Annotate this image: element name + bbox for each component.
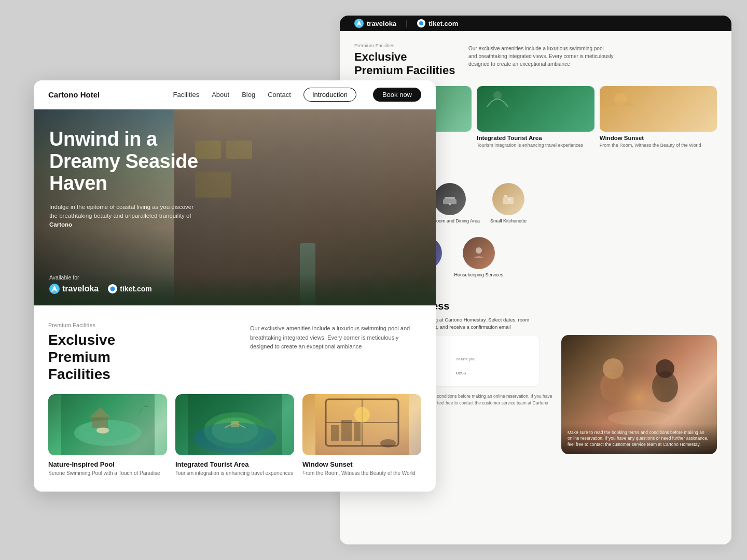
top-strip: traveloka | tiket.com: [340, 16, 731, 31]
nav-blog[interactable]: Blog: [242, 91, 255, 99]
brand-divider: |: [406, 19, 408, 28]
booking-field-4: cess: [457, 370, 532, 381]
right-sunset-img: [600, 86, 717, 132]
svg-rect-39: [231, 421, 239, 427]
hero-section: Unwind in a Dreamy Seaside Haven Indulge…: [34, 109, 436, 305]
svg-point-6: [493, 91, 502, 100]
svg-rect-15: [504, 195, 507, 197]
living-icon: [440, 190, 459, 208]
booking-img-caption: Make sure to read the booking terms and …: [561, 424, 717, 455]
svg-rect-45: [331, 425, 339, 441]
svg-rect-46: [341, 420, 352, 441]
pool-card-name: Nature-Inspired Pool: [48, 460, 167, 468]
house-icon: [469, 244, 488, 262]
nav-contact[interactable]: Contact: [268, 91, 291, 99]
hero-available: Available for traveloka tiket.com: [49, 274, 152, 294]
tiket-icon: [417, 19, 425, 27]
facilities-title: Exclusive Premium Facilities: [48, 331, 162, 383]
pool-card-desc: Serene Swimming Pool with a Touch of Par…: [48, 470, 167, 477]
traveloka-icon: [354, 19, 364, 28]
right-sunset-name: Window Sunset: [600, 135, 717, 141]
nav-about[interactable]: About: [212, 91, 229, 99]
svg-point-33: [96, 427, 109, 433]
housekeeping-label: Housekeeping Services: [454, 272, 504, 278]
kitchen-circle: [492, 183, 524, 215]
traveloka-hero-icon: [49, 284, 60, 294]
living-circle: [434, 183, 466, 215]
svg-rect-47: [354, 423, 361, 441]
amenity-housekeeping: Housekeeping Services: [454, 237, 504, 278]
amenity-kitchen: Small Kitchenette: [490, 183, 527, 225]
pool-svg: [61, 394, 155, 455]
sunset-visual: [600, 86, 641, 112]
hero-content: Unwind in a Dreamy Seaside Haven Indulge…: [49, 128, 226, 229]
intro-button[interactable]: Introduction: [303, 88, 356, 102]
facilities-title-block: Premium Facilities Exclusive Premium Fac…: [48, 322, 162, 383]
navbar: Cartono Hotel Facilities About Blog Cont…: [34, 80, 436, 109]
booking-image: Make sure to read the booking terms and …: [561, 335, 717, 454]
hero-brands: traveloka tiket.com: [49, 284, 152, 294]
traveloka-brand: traveloka: [49, 284, 99, 294]
tourist-card-desc: Tourism integration is enhancing travel …: [175, 470, 294, 477]
svg-point-16: [508, 199, 510, 201]
svg-point-19: [476, 247, 482, 254]
navbar-logo: Cartono Hotel: [48, 90, 100, 99]
sunset-img: [302, 394, 421, 455]
svg-point-49: [380, 439, 396, 447]
facilities-section: Premium Facilities Exclusive Premium Fac…: [34, 305, 436, 492]
sunset-svg: [315, 394, 409, 455]
facilities-label: Premium Facilities: [48, 322, 162, 328]
book-now-button[interactable]: Book now: [373, 88, 421, 102]
tiket-label: tiket.com: [428, 20, 458, 27]
booking-field-2: of unit you: [457, 357, 532, 368]
tourist-svg: [188, 394, 282, 455]
tourist-visual: [477, 86, 518, 112]
kitchen-icon: [499, 190, 518, 208]
main-page: Cartono Hotel Facilities About Blog Cont…: [34, 80, 436, 492]
nav-facilities[interactable]: Facilities: [173, 91, 200, 99]
available-label: Available for: [49, 274, 152, 281]
facility-card-sunset: Window Sunset From the Room, Witness the…: [302, 394, 421, 477]
facility-card-tourist: Integrated Tourist Area Tourism integrat…: [175, 394, 294, 477]
facilities-desc: Our exclusive amenities include a luxuri…: [250, 324, 421, 352]
booking-img-text: Make sure to read the booking terms and …: [568, 430, 711, 449]
hero-title: Unwind in a Dreamy Seaside Haven: [49, 128, 226, 194]
right-premium-label: Premium Facilities: [354, 43, 458, 48]
svg-point-48: [354, 407, 370, 423]
right-premium-title: Exclusive Premium Facilities: [354, 50, 458, 78]
navbar-links: Facilities About Blog Contact Introducti…: [173, 88, 421, 102]
tourist-card-name: Integrated Tourist Area: [175, 460, 294, 468]
svg-point-3: [419, 21, 423, 25]
right-facility-card-tourist: Integrated Tourist Area Tourism integrat…: [477, 86, 594, 149]
svg-point-29: [110, 287, 115, 291]
sunset-card-desc: From the Room, Witness the Beauty of the…: [302, 470, 421, 477]
kitchen-label: Small Kitchenette: [490, 218, 527, 225]
facilities-cards: Nature-Inspired Pool Serene Swimming Poo…: [48, 394, 421, 477]
svg-rect-12: [445, 197, 455, 199]
tiket-brand: tiket.com: [108, 284, 151, 293]
right-facility-card-sunset: Window Sunset From the Room, Witness the…: [600, 86, 717, 149]
svg-rect-34: [92, 417, 108, 428]
traveloka-label: traveloka: [367, 20, 396, 27]
right-tourist-img: [477, 86, 594, 132]
tourist-img: [175, 394, 294, 455]
pool-img: [48, 394, 167, 455]
svg-point-13: [449, 203, 451, 205]
sunset-card-name: Window Sunset: [302, 460, 421, 468]
right-premium-desc: Our exclusive amenities include a luxuri…: [468, 45, 614, 68]
tiket-hero-icon: [108, 284, 117, 293]
facility-card-pool: Nature-Inspired Pool Serene Swimming Poo…: [48, 394, 167, 477]
hero-subtitle: Indulge in the epitome of coastal living…: [49, 203, 200, 230]
right-tourist-name: Integrated Tourist Area: [477, 135, 594, 141]
svg-rect-14: [503, 197, 514, 204]
facilities-header: Premium Facilities Exclusive Premium Fac…: [48, 322, 421, 383]
brand-tiket: tiket.com: [417, 19, 458, 27]
house-circle: [463, 237, 495, 269]
brand-traveloka: traveloka: [354, 19, 396, 28]
